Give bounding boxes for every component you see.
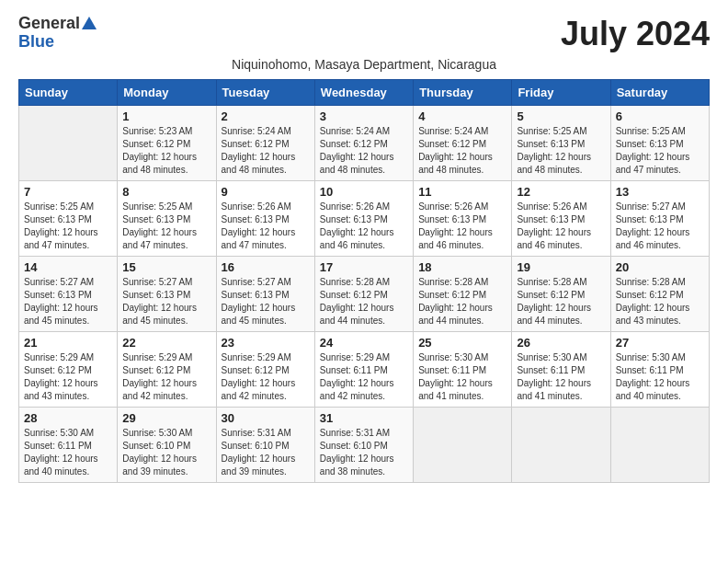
day-info: Sunrise: 5:31 AM Sunset: 6:10 PM Dayligh… <box>320 427 408 478</box>
day-info: Sunrise: 5:26 AM Sunset: 6:13 PM Dayligh… <box>222 201 310 252</box>
day-info: Sunrise: 5:27 AM Sunset: 6:13 PM Dayligh… <box>222 276 310 327</box>
weekday-header-row: SundayMondayTuesdayWednesdayThursdayFrid… <box>19 80 710 106</box>
calendar-cell: 29Sunrise: 5:30 AM Sunset: 6:10 PM Dayli… <box>118 408 216 483</box>
weekday-header-monday: Monday <box>118 80 216 106</box>
day-number: 10 <box>320 185 408 199</box>
day-number: 29 <box>122 411 210 425</box>
calendar-cell: 26Sunrise: 5:30 AM Sunset: 6:11 PM Dayli… <box>512 332 610 408</box>
day-info: Sunrise: 5:28 AM Sunset: 6:12 PM Dayligh… <box>320 276 408 327</box>
day-info: Sunrise: 5:25 AM Sunset: 6:13 PM Dayligh… <box>24 201 112 252</box>
day-number: 4 <box>418 109 506 123</box>
calendar-cell: 16Sunrise: 5:27 AM Sunset: 6:13 PM Dayli… <box>216 257 314 332</box>
day-number: 1 <box>122 109 210 123</box>
calendar-body: 1Sunrise: 5:23 AM Sunset: 6:12 PM Daylig… <box>19 106 710 483</box>
svg-marker-0 <box>82 17 97 29</box>
day-info: Sunrise: 5:29 AM Sunset: 6:11 PM Dayligh… <box>320 351 408 403</box>
day-info: Sunrise: 5:31 AM Sunset: 6:10 PM Dayligh… <box>222 427 310 478</box>
calendar-cell: 13Sunrise: 5:27 AM Sunset: 6:13 PM Dayli… <box>610 181 709 257</box>
calendar-cell <box>414 408 512 483</box>
day-number: 28 <box>24 411 112 425</box>
day-info: Sunrise: 5:25 AM Sunset: 6:13 PM Dayligh… <box>616 125 704 177</box>
day-number: 27 <box>616 336 704 350</box>
day-info: Sunrise: 5:23 AM Sunset: 6:12 PM Dayligh… <box>122 125 210 177</box>
calendar-cell: 20Sunrise: 5:28 AM Sunset: 6:12 PM Dayli… <box>610 257 709 332</box>
weekday-header-wednesday: Wednesday <box>314 80 413 106</box>
calendar-cell <box>512 408 610 483</box>
calendar-cell: 27Sunrise: 5:30 AM Sunset: 6:11 PM Dayli… <box>610 332 709 408</box>
logo-triangle-icon <box>81 15 97 31</box>
header: General Blue July 2024 <box>18 15 710 53</box>
day-info: Sunrise: 5:30 AM Sunset: 6:11 PM Dayligh… <box>616 351 704 403</box>
day-info: Sunrise: 5:29 AM Sunset: 6:12 PM Dayligh… <box>24 351 112 403</box>
day-number: 16 <box>222 260 310 274</box>
calendar-week-1: 1Sunrise: 5:23 AM Sunset: 6:12 PM Daylig… <box>19 106 710 181</box>
logo-general-text: General <box>18 15 80 33</box>
calendar-cell: 24Sunrise: 5:29 AM Sunset: 6:11 PM Dayli… <box>314 332 413 408</box>
day-info: Sunrise: 5:28 AM Sunset: 6:12 PM Dayligh… <box>616 276 704 327</box>
calendar-cell: 11Sunrise: 5:26 AM Sunset: 6:13 PM Dayli… <box>414 181 512 257</box>
day-number: 24 <box>320 336 408 350</box>
day-info: Sunrise: 5:24 AM Sunset: 6:12 PM Dayligh… <box>320 125 408 177</box>
weekday-header-saturday: Saturday <box>610 80 709 106</box>
calendar-cell: 19Sunrise: 5:28 AM Sunset: 6:12 PM Dayli… <box>512 257 610 332</box>
day-number: 6 <box>616 109 704 123</box>
day-number: 19 <box>517 260 605 274</box>
calendar-table: SundayMondayTuesdayWednesdayThursdayFrid… <box>18 79 710 483</box>
day-number: 8 <box>122 185 210 199</box>
day-info: Sunrise: 5:27 AM Sunset: 6:13 PM Dayligh… <box>24 276 112 327</box>
calendar-cell: 3Sunrise: 5:24 AM Sunset: 6:12 PM Daylig… <box>314 106 413 181</box>
calendar-cell: 30Sunrise: 5:31 AM Sunset: 6:10 PM Dayli… <box>216 408 314 483</box>
day-number: 17 <box>320 260 408 274</box>
day-number: 15 <box>122 260 210 274</box>
day-info: Sunrise: 5:28 AM Sunset: 6:12 PM Dayligh… <box>418 276 506 327</box>
subtitle: Niquinohomo, Masaya Department, Nicaragu… <box>18 57 710 72</box>
logo-blue-text: Blue <box>18 33 97 52</box>
logo: General Blue <box>18 15 97 52</box>
day-info: Sunrise: 5:27 AM Sunset: 6:13 PM Dayligh… <box>122 276 210 327</box>
calendar-header: SundayMondayTuesdayWednesdayThursdayFrid… <box>19 80 710 106</box>
day-info: Sunrise: 5:26 AM Sunset: 6:13 PM Dayligh… <box>418 201 506 252</box>
calendar-cell: 25Sunrise: 5:30 AM Sunset: 6:11 PM Dayli… <box>414 332 512 408</box>
day-info: Sunrise: 5:29 AM Sunset: 6:12 PM Dayligh… <box>122 351 210 403</box>
calendar-cell: 9Sunrise: 5:26 AM Sunset: 6:13 PM Daylig… <box>216 181 314 257</box>
day-info: Sunrise: 5:30 AM Sunset: 6:11 PM Dayligh… <box>517 351 605 403</box>
day-info: Sunrise: 5:30 AM Sunset: 6:11 PM Dayligh… <box>418 351 506 403</box>
weekday-header-friday: Friday <box>512 80 610 106</box>
day-number: 7 <box>24 185 112 199</box>
calendar-cell: 15Sunrise: 5:27 AM Sunset: 6:13 PM Dayli… <box>118 257 216 332</box>
day-info: Sunrise: 5:25 AM Sunset: 6:13 PM Dayligh… <box>517 125 605 177</box>
calendar-cell: 14Sunrise: 5:27 AM Sunset: 6:13 PM Dayli… <box>19 257 118 332</box>
day-info: Sunrise: 5:24 AM Sunset: 6:12 PM Dayligh… <box>222 125 310 177</box>
calendar-cell: 31Sunrise: 5:31 AM Sunset: 6:10 PM Dayli… <box>314 408 413 483</box>
calendar-cell: 1Sunrise: 5:23 AM Sunset: 6:12 PM Daylig… <box>118 106 216 181</box>
calendar-cell: 12Sunrise: 5:26 AM Sunset: 6:13 PM Dayli… <box>512 181 610 257</box>
day-info: Sunrise: 5:27 AM Sunset: 6:13 PM Dayligh… <box>616 201 704 252</box>
calendar-cell: 10Sunrise: 5:26 AM Sunset: 6:13 PM Dayli… <box>314 181 413 257</box>
day-number: 20 <box>616 260 704 274</box>
day-info: Sunrise: 5:30 AM Sunset: 6:11 PM Dayligh… <box>24 427 112 478</box>
calendar-week-3: 14Sunrise: 5:27 AM Sunset: 6:13 PM Dayli… <box>19 257 710 332</box>
day-number: 12 <box>517 185 605 199</box>
weekday-header-tuesday: Tuesday <box>216 80 314 106</box>
calendar-cell <box>610 408 709 483</box>
weekday-header-sunday: Sunday <box>19 80 118 106</box>
month-title: July 2024 <box>561 15 710 53</box>
day-number: 5 <box>517 109 605 123</box>
day-number: 30 <box>222 411 310 425</box>
day-number: 3 <box>320 109 408 123</box>
calendar-cell: 18Sunrise: 5:28 AM Sunset: 6:12 PM Dayli… <box>414 257 512 332</box>
day-number: 26 <box>517 336 605 350</box>
day-info: Sunrise: 5:25 AM Sunset: 6:13 PM Dayligh… <box>122 201 210 252</box>
calendar-cell: 4Sunrise: 5:24 AM Sunset: 6:12 PM Daylig… <box>414 106 512 181</box>
calendar-week-2: 7Sunrise: 5:25 AM Sunset: 6:13 PM Daylig… <box>19 181 710 257</box>
weekday-header-thursday: Thursday <box>414 80 512 106</box>
calendar-week-5: 28Sunrise: 5:30 AM Sunset: 6:11 PM Dayli… <box>19 408 710 483</box>
day-number: 14 <box>24 260 112 274</box>
day-number: 21 <box>24 336 112 350</box>
day-info: Sunrise: 5:28 AM Sunset: 6:12 PM Dayligh… <box>517 276 605 327</box>
calendar-cell: 21Sunrise: 5:29 AM Sunset: 6:12 PM Dayli… <box>19 332 118 408</box>
day-number: 23 <box>222 336 310 350</box>
calendar-cell: 2Sunrise: 5:24 AM Sunset: 6:12 PM Daylig… <box>216 106 314 181</box>
calendar-cell: 8Sunrise: 5:25 AM Sunset: 6:13 PM Daylig… <box>118 181 216 257</box>
calendar-week-4: 21Sunrise: 5:29 AM Sunset: 6:12 PM Dayli… <box>19 332 710 408</box>
